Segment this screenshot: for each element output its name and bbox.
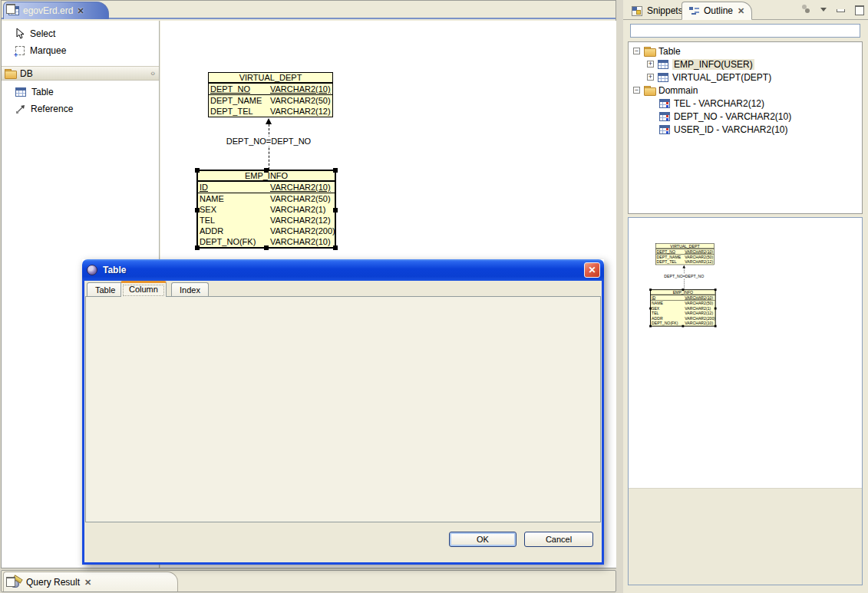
table-icon bbox=[658, 60, 668, 69]
editor-tab-label: egovErd.erd bbox=[23, 5, 73, 16]
select-cursor-icon bbox=[15, 28, 25, 39]
maximize-button[interactable] bbox=[854, 5, 863, 13]
selection-handle[interactable] bbox=[195, 208, 200, 212]
selection-handle[interactable] bbox=[195, 245, 200, 250]
tree-item-virtual-dept[interactable]: + VIRTUAL_DEPT(DEPT) bbox=[629, 71, 862, 84]
tree-item-tel-domain[interactable]: TEL - VARCHAR2(12) bbox=[629, 97, 862, 110]
erd-column-type: VARCHAR2(10) bbox=[270, 182, 331, 193]
erd-column-name: NAME bbox=[200, 193, 270, 204]
erd-column-type: VARCHAR2(12) bbox=[270, 215, 331, 226]
query-result-part: Query Result ✕ bbox=[1, 570, 616, 592]
selection-handle[interactable] bbox=[264, 245, 269, 250]
tab-outline[interactable]: Outline ✕ bbox=[682, 2, 752, 20]
tree-item-label: Dommain bbox=[658, 85, 698, 96]
maximize-button[interactable] bbox=[5, 4, 15, 12]
selection-handle[interactable] bbox=[333, 208, 338, 212]
dialog-title: Table bbox=[103, 265, 126, 275]
selection-handle[interactable] bbox=[195, 168, 200, 173]
erd-table-title: VIRTUAL_DEPT bbox=[209, 73, 332, 84]
collapse-icon[interactable]: − bbox=[633, 87, 640, 94]
tree-item-label: DEPT_NO - VARCHAR2(10) bbox=[674, 111, 791, 122]
tab-label: Outline bbox=[704, 5, 733, 16]
relation-label[interactable]: DEPT_NO=DEPT_NO bbox=[224, 137, 313, 146]
editor-tab-egoverd[interactable]: egovErd.erd ✕ bbox=[3, 2, 109, 19]
snippets-icon bbox=[632, 6, 642, 16]
tree-item-dommain-folder[interactable]: − Dommain bbox=[629, 84, 862, 97]
dialog-tab-page bbox=[85, 296, 601, 522]
palette-tool-label: Select bbox=[30, 28, 55, 39]
tree-item-table-folder[interactable]: − Table bbox=[629, 44, 862, 58]
dialog-tab-column[interactable]: Column bbox=[120, 281, 167, 297]
table-dialog: Table ✕ Table Column Index Logical Colum… bbox=[82, 259, 604, 565]
erd-column-name: DEPT_NO bbox=[210, 84, 270, 94]
erd-column-type: VARCHAR2(10) bbox=[270, 84, 331, 94]
palette-tool-marquee[interactable]: Marquee bbox=[2, 42, 159, 59]
erd-column-type: VARCHAR2(12) bbox=[270, 106, 331, 117]
view-menu-icon[interactable] bbox=[820, 8, 827, 12]
app-window-icon bbox=[87, 265, 97, 275]
close-icon[interactable]: ✕ bbox=[738, 7, 744, 15]
selection-handle[interactable] bbox=[264, 168, 269, 173]
erd-table-emp-info[interactable]: EMP_INFO IDVARCHAR2(10) NAMEVARCHAR2(50)… bbox=[196, 170, 336, 249]
selection-handle[interactable] bbox=[333, 245, 338, 250]
dialog-tab-label: Table bbox=[95, 285, 115, 295]
expand-icon[interactable]: + bbox=[647, 61, 654, 68]
palette-drawer-label: DB bbox=[20, 68, 33, 79]
folder-icon bbox=[5, 69, 15, 77]
overview-thumbnail[interactable]: VIRTUAL_DEPT DEPT_NOVARCHAR2(10) DEPT_NA… bbox=[628, 217, 863, 585]
dialog-tab-table[interactable]: Table bbox=[87, 282, 124, 297]
overview-empty-area bbox=[629, 488, 862, 585]
erd-column-type: VARCHAR2(50) bbox=[270, 193, 331, 204]
dialog-tab-label: Index bbox=[180, 285, 200, 295]
outline-tree: − Table + EMP_INFO(USER) + VIRTUAL_DEPT(… bbox=[628, 41, 863, 214]
link-with-editor-icon[interactable] bbox=[800, 5, 811, 14]
expand-icon[interactable]: + bbox=[647, 74, 654, 81]
ok-button[interactable]: OK bbox=[449, 532, 517, 547]
dialog-tab-label: Column bbox=[129, 285, 158, 294]
tab-snippets[interactable]: Snippets bbox=[625, 2, 690, 20]
erd-table-virtual-dept[interactable]: VIRTUAL_DEPT DEPT_NOVARCHAR2(10) DEPT_NA… bbox=[208, 72, 333, 117]
tab-label: Snippets bbox=[647, 5, 683, 16]
editor-tab-bar: egovErd.erd ✕ bbox=[2, 1, 616, 19]
tree-item-userid-domain[interactable]: USER_ID - VARCHAR2(10) bbox=[629, 123, 862, 136]
selection-handle[interactable] bbox=[333, 168, 338, 173]
erd-column-type: VARCHAR2(10) bbox=[270, 236, 331, 247]
palette-item-reference[interactable]: Reference bbox=[2, 100, 159, 117]
close-icon[interactable]: ✕ bbox=[84, 578, 91, 586]
minimize-button[interactable] bbox=[836, 5, 845, 13]
maximize-button[interactable] bbox=[5, 577, 15, 585]
tree-item-label: Table bbox=[658, 46, 681, 57]
close-icon[interactable]: ✕ bbox=[77, 7, 84, 15]
dialog-close-button[interactable]: ✕ bbox=[584, 262, 600, 278]
reference-arrow-icon bbox=[15, 104, 25, 114]
table-icon bbox=[658, 73, 668, 82]
palette-tool-label: Marquee bbox=[30, 45, 66, 56]
cancel-button[interactable]: Cancel bbox=[524, 532, 593, 547]
tree-item-label: EMP_INFO(USER) bbox=[672, 59, 754, 70]
tree-item-emp-info[interactable]: + EMP_INFO(USER) bbox=[629, 58, 862, 71]
domain-icon bbox=[659, 99, 670, 108]
outline-filter-input[interactable] bbox=[630, 24, 860, 38]
erd-column-name: DEPT_TEL bbox=[210, 106, 270, 117]
erd-column-type: VARCHAR2(200) bbox=[270, 226, 335, 236]
relation-arrowhead bbox=[266, 118, 272, 124]
relation-line[interactable] bbox=[269, 124, 269, 170]
palette-item-table[interactable]: Table bbox=[2, 84, 159, 100]
query-result-tab[interactable]: Query Result ✕ bbox=[3, 572, 178, 591]
table-icon bbox=[15, 87, 26, 97]
folder-icon bbox=[644, 86, 655, 94]
erd-column-name: DEPT_NO(FK) bbox=[200, 236, 270, 247]
palette-item-label: Table bbox=[31, 87, 54, 97]
view-toolbar bbox=[800, 5, 863, 14]
palette-tool-select[interactable]: Select bbox=[2, 25, 159, 42]
domain-icon bbox=[659, 112, 670, 121]
collapse-icon[interactable]: − bbox=[633, 48, 640, 54]
erd-table-title: EMP_INFO bbox=[198, 171, 335, 182]
dialog-tab-index[interactable]: Index bbox=[171, 282, 209, 297]
drawer-pin-icon[interactable]: ‹› bbox=[150, 69, 154, 77]
outline-view-part: Snippets Outline ✕ − Table + EMP_INFO(US… bbox=[623, 0, 868, 593]
tree-item-deptno-domain[interactable]: DEPT_NO - VARCHAR2(10) bbox=[629, 110, 862, 123]
dialog-titlebar[interactable]: Table bbox=[82, 259, 604, 281]
palette-drawer-db[interactable]: DB ‹› bbox=[2, 66, 159, 81]
view-tab-bar: Snippets Outline ✕ bbox=[623, 0, 868, 20]
